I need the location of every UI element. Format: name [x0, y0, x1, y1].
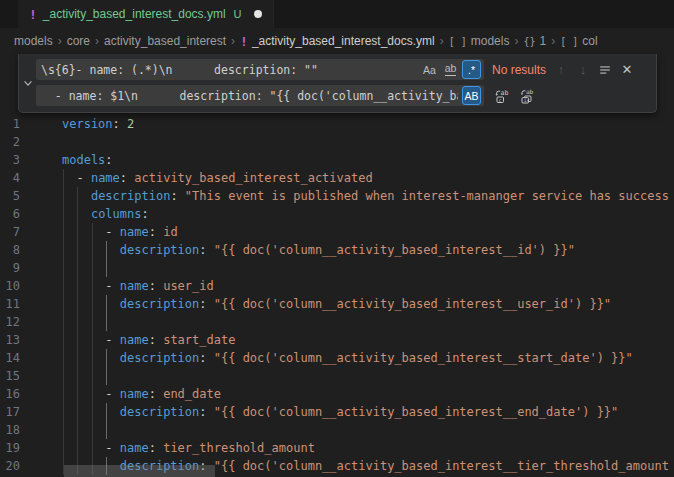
tab-active[interactable]: ! _activity_based_interest_docs.yml U	[18, 0, 274, 28]
code-line[interactable]: 3models:	[0, 151, 674, 169]
code-token: description	[120, 351, 199, 365]
tab-title: _activity_based_interest_docs.yml	[43, 7, 226, 21]
breadcrumb-item[interactable]: activity_based_interest	[104, 34, 226, 48]
breadcrumb-item[interactable]: core	[67, 34, 90, 48]
breadcrumb-item[interactable]: {}1	[523, 34, 546, 48]
code-token: start_date	[163, 333, 235, 347]
line-number: 17	[0, 403, 20, 421]
indent-guide	[63, 421, 64, 439]
chevron-right-icon: ›	[551, 34, 555, 48]
breadcrumb-item[interactable]: !_activity_based_interest_docs.yml	[240, 34, 435, 49]
replace-button[interactable]: ab c	[492, 86, 514, 106]
yaml-exclamation-icon: !	[240, 34, 248, 49]
indent-guide	[63, 367, 64, 385]
code-area: 1version: 223models:4 - name: activity_b…	[0, 115, 674, 475]
indent-guide	[92, 349, 93, 367]
code-line[interactable]: 14 description: "{{ doc('column__activit…	[0, 349, 674, 367]
find-in-selection-button[interactable]	[594, 60, 616, 80]
code-line[interactable]: 6 columns:	[0, 205, 674, 223]
code-line[interactable]: 17 description: "{{ doc('column__activit…	[0, 403, 674, 421]
git-status-badge: U	[234, 8, 242, 20]
indent-guide	[63, 295, 64, 313]
horizontal-scrollbar-thumb[interactable]	[64, 465, 215, 477]
code-token: name	[120, 387, 149, 401]
code-line[interactable]: 8 description: "{{ doc('column__activity…	[0, 241, 674, 259]
code-token: end_date	[163, 387, 221, 401]
close-find-button[interactable]: ✕	[616, 60, 638, 80]
indent-guide	[63, 223, 64, 241]
line-content: - name: activity_based_interest_activate…	[62, 169, 373, 187]
breadcrumb-item[interactable]: models	[14, 34, 53, 48]
code-token: tier_threshold_amount	[163, 441, 315, 455]
code-token: columns	[91, 207, 142, 221]
code-line[interactable]: 19 - name: tier_threshold_amount	[0, 439, 674, 457]
match-case-icon: Aa	[423, 64, 436, 76]
svg-text:ic: ic	[524, 97, 530, 103]
code-line[interactable]: 10 - name: user_id	[0, 277, 674, 295]
replace-icon: ab c	[495, 88, 511, 104]
code-line[interactable]: 4 - name: activity_based_interest_activa…	[0, 169, 674, 187]
find-input-wrap: Aa ab .*	[36, 59, 484, 80]
line-content: - name: start_date	[62, 331, 235, 349]
breadcrumb-item[interactable]: [ ]col	[560, 34, 597, 48]
modified-dot-icon[interactable]	[254, 10, 262, 18]
use-regex-button[interactable]: .*	[462, 60, 481, 79]
editor-pane[interactable]: 1version: 223models:4 - name: activity_b…	[0, 54, 674, 477]
indent-guide	[63, 187, 64, 205]
code-line[interactable]: 7 - name: id	[0, 223, 674, 241]
find-input[interactable]	[36, 59, 484, 80]
replace-input[interactable]	[36, 85, 484, 106]
find-in-selection-icon	[598, 63, 612, 77]
close-icon: ✕	[622, 62, 633, 77]
code-line[interactable]: 5 description: "This event is published …	[0, 187, 674, 205]
whole-word-button[interactable]: ab	[441, 60, 460, 79]
code-line[interactable]: 1version: 2	[0, 115, 674, 133]
code-line[interactable]: 9	[0, 259, 674, 277]
code-line[interactable]: 13 - name: start_date	[0, 331, 674, 349]
code-line[interactable]: 16 - name: end_date	[0, 385, 674, 403]
code-line[interactable]: 11 description: "{{ doc('column__activit…	[0, 295, 674, 313]
active-indent-guide	[106, 367, 107, 385]
chevron-right-icon: ›	[231, 34, 235, 48]
line-number: 4	[0, 169, 20, 187]
code-line[interactable]: 15	[0, 367, 674, 385]
match-case-button[interactable]: Aa	[420, 60, 439, 79]
code-token: activity_based_interest_activated	[134, 171, 372, 185]
arrow-up-icon: ↑	[558, 62, 565, 77]
code-token: "{{ doc('column__activity_based_interest…	[214, 243, 575, 257]
toggle-replace-button[interactable]	[19, 59, 36, 106]
indent-guide	[77, 205, 78, 223]
breadcrumb-item[interactable]: [ ]models	[449, 34, 510, 48]
code-line[interactable]: 2	[0, 133, 674, 151]
line-content: columns:	[62, 205, 149, 223]
code-line[interactable]: 18	[0, 421, 674, 439]
code-token: "{{ doc('column__activity_based_interest…	[214, 297, 611, 311]
line-content: - name: end_date	[62, 385, 221, 403]
chevron-right-icon: ›	[95, 34, 99, 48]
code-token: :	[113, 117, 127, 131]
code-token: "{{ doc('column__activity_based_interest…	[214, 405, 619, 419]
code-token: :	[199, 405, 213, 419]
indent-guide	[63, 205, 64, 223]
code-token: :	[120, 171, 134, 185]
line-content: description: "This event is published wh…	[62, 187, 669, 205]
indent-guide	[77, 367, 78, 385]
code-token: :	[141, 207, 148, 221]
next-match-button[interactable]: ↓	[572, 60, 594, 80]
line-content: description: "{{ doc('column__activity_b…	[62, 295, 611, 313]
line-number: 15	[0, 367, 20, 385]
symbol-array-icon: [ ]	[449, 36, 467, 47]
previous-match-button[interactable]: ↑	[550, 60, 572, 80]
code-line[interactable]: 12	[0, 313, 674, 331]
active-indent-guide	[106, 295, 107, 313]
line-number: 3	[0, 151, 20, 169]
code-token: :	[199, 351, 213, 365]
symbol-array-icon: [ ]	[560, 36, 578, 47]
replace-all-button[interactable]: ab ic	[517, 86, 539, 106]
code-token: :	[149, 225, 163, 239]
replace-row: AB ab c ab	[36, 85, 650, 106]
indent-guide	[77, 421, 78, 439]
code-token: version	[62, 117, 113, 131]
arrow-down-icon: ↓	[580, 62, 587, 77]
preserve-case-button[interactable]: AB	[462, 86, 481, 105]
